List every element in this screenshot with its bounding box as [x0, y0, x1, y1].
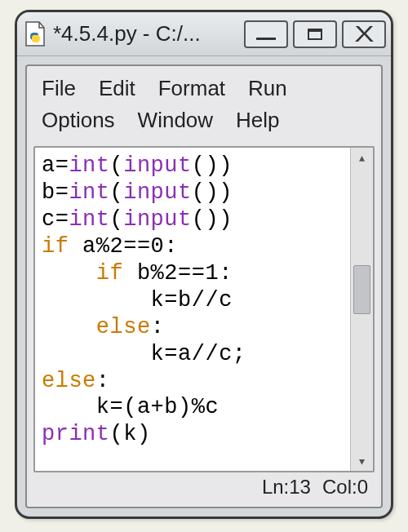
scroll-up-icon[interactable]: ▴	[351, 148, 373, 167]
code-line: else:	[42, 314, 347, 341]
code-line: if b%2==1:	[42, 260, 347, 287]
idle-window: *4.5.4.py - C:/... X File Edit Format Ru…	[15, 10, 393, 519]
menu-help[interactable]: Help	[228, 104, 294, 136]
menu-file[interactable]: File	[33, 73, 91, 104]
code-line: k=b//c	[42, 287, 347, 314]
maximize-button[interactable]	[293, 20, 337, 48]
menu-format[interactable]: Format	[150, 73, 240, 104]
editor-pane: a=int(input())b=int(input())c=int(input(…	[33, 146, 375, 472]
status-col: Col:0	[322, 476, 368, 499]
titlebar[interactable]: *4.5.4.py - C:/... X	[17, 12, 391, 56]
menubar: File Edit Format Run Options Window Help	[27, 66, 381, 143]
client-area: File Edit Format Run Options Window Help…	[25, 64, 383, 508]
menu-window[interactable]: Window	[130, 104, 228, 136]
scroll-track[interactable]	[351, 167, 373, 451]
window-title: *4.5.4.py - C:/...	[53, 21, 244, 47]
scroll-down-icon[interactable]: ▾	[351, 451, 373, 471]
code-line: k=a//c;	[42, 341, 347, 368]
code-line: else:	[42, 368, 347, 395]
code-line: k=(a+b)%c	[42, 394, 347, 421]
close-button[interactable]: X	[342, 20, 386, 48]
code-line: c=int(input())	[42, 206, 347, 233]
statusbar: Ln:13 Col:0	[33, 472, 375, 502]
minimize-button[interactable]	[244, 20, 288, 48]
window-controls: X	[244, 20, 386, 48]
menu-run[interactable]: Run	[240, 73, 302, 104]
code-line: b=int(input())	[42, 180, 347, 206]
code-editor[interactable]: a=int(input())b=int(input())c=int(input(…	[35, 148, 350, 471]
code-line: if a%2==0:	[42, 233, 347, 260]
menu-edit[interactable]: Edit	[91, 73, 150, 104]
code-line: print(k)	[42, 421, 347, 448]
vertical-scrollbar[interactable]: ▴ ▾	[350, 148, 373, 471]
python-file-icon	[24, 20, 47, 48]
menu-options[interactable]: Options	[33, 104, 130, 136]
scroll-thumb[interactable]	[353, 265, 370, 314]
status-line: Ln:13	[262, 476, 311, 499]
code-line: a=int(input())	[42, 153, 347, 180]
